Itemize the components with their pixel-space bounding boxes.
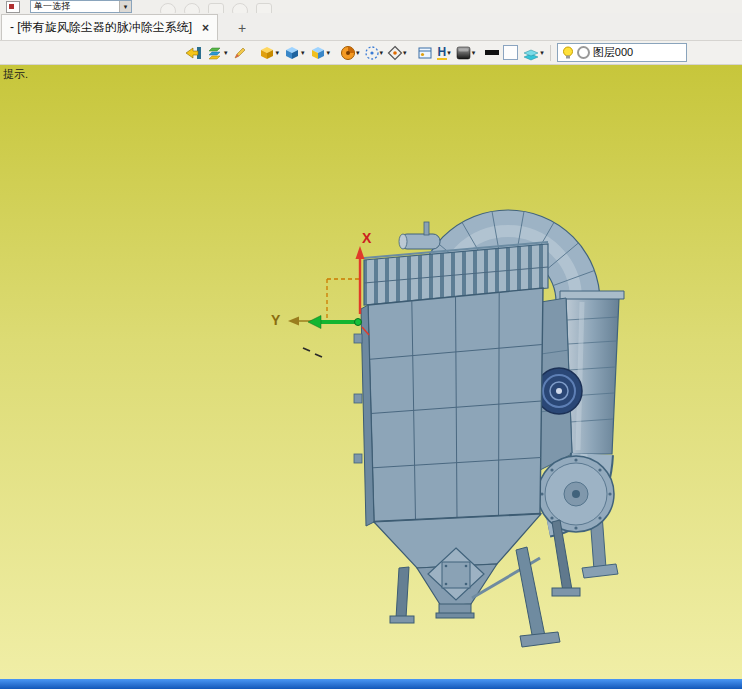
two-tone-cube-icon — [309, 45, 327, 61]
h-style-button[interactable]: H ▾ — [435, 42, 453, 64]
ghost-toolbar-icon-2[interactable] — [184, 3, 200, 13]
h-style-icon: H — [437, 46, 448, 60]
chevron-down-icon[interactable]: ▾ — [327, 49, 331, 56]
blank-square-icon — [503, 45, 518, 60]
ghost-toolbar-icon-1[interactable] — [160, 3, 176, 13]
tab-title: - [带有旋风除尘器的脉冲除尘系统] — [10, 19, 192, 36]
toolbar-separator — [550, 45, 551, 61]
ghost-toolbar-icon-4[interactable] — [232, 3, 248, 13]
chevron-down-icon[interactable]: ▾ — [301, 49, 305, 56]
shaded-cube-yellow-button[interactable]: ▾ — [256, 42, 282, 64]
ghost-toolbar-icon-3[interactable] — [208, 3, 224, 13]
tab-close-button[interactable]: × — [202, 21, 209, 35]
new-tab-button[interactable]: + — [232, 19, 252, 37]
window-grid-button[interactable] — [415, 42, 435, 64]
visual-layers-button[interactable]: ▾ — [520, 42, 546, 64]
line-width-button[interactable] — [483, 42, 501, 64]
status-hint: 提示. — [3, 67, 28, 82]
stub-pipe[interactable] — [399, 222, 440, 249]
caret-glyph: ▾ — [124, 3, 128, 10]
document-tab[interactable]: - [带有旋风除尘器的脉冲除尘系统] × — [1, 14, 218, 40]
stray-marks — [303, 348, 322, 357]
wcs-triad[interactable]: X Y — [271, 230, 372, 335]
filter-box[interactable] — [354, 288, 543, 526]
section-wheel-button[interactable]: ▾ — [338, 42, 362, 64]
top-toolbar-row: 单一选择 ▾ — [0, 0, 742, 13]
pencil-icon — [232, 45, 248, 61]
chevron-down-icon[interactable]: ▾ — [447, 49, 451, 56]
elbow-and-flange[interactable] — [538, 454, 618, 578]
application-window: 单一选择 ▾ - [带有旋风除尘器的脉冲除尘系统] × + ▾ — [0, 0, 742, 689]
chevron-down-icon[interactable]: ▾ — [472, 49, 476, 56]
shaded-cube-blue-button[interactable]: ▾ — [281, 42, 307, 64]
render-style-button[interactable]: ▾ — [453, 42, 478, 64]
document-icon[interactable] — [6, 1, 20, 13]
axis-y-label: Y — [271, 312, 281, 328]
bulb-icon — [562, 46, 574, 59]
selection-mode-combo[interactable]: 单一选择 ▾ — [30, 0, 132, 13]
ghost-toolbar-icon-5[interactable] — [256, 3, 272, 13]
return-button[interactable] — [182, 42, 204, 64]
dashed-circle-icon — [364, 45, 380, 61]
pencil-button[interactable] — [230, 42, 250, 64]
model-3d-svg[interactable]: X Y — [0, 65, 742, 679]
axis-x-label: X — [362, 230, 372, 246]
chevron-down-icon[interactable]: ▾ — [403, 49, 407, 56]
chevron-down-icon[interactable]: ▾ — [224, 49, 228, 56]
chevron-down-icon[interactable]: ▾ — [119, 1, 131, 12]
render-style-icon — [455, 45, 472, 61]
snap-diamond-icon — [387, 45, 403, 61]
chevron-down-icon[interactable]: ▾ — [540, 49, 544, 56]
line-width-icon — [485, 50, 499, 55]
selection-mode-value: 单一选择 — [31, 1, 119, 12]
chevron-down-icon[interactable]: ▾ — [380, 49, 384, 56]
fan-swirl[interactable] — [536, 368, 582, 414]
main-toolbar: ▾ ▾ ▾ ▾ ▾ — [0, 41, 742, 65]
document-icon-dot — [9, 4, 14, 9]
window-grid-icon — [417, 45, 433, 61]
chevron-down-icon[interactable]: ▾ — [356, 49, 360, 56]
layer-combo[interactable]: 图层000 — [557, 43, 687, 62]
tab-bar: - [带有旋风除尘器的脉冲除尘系统] × + — [0, 13, 742, 41]
shaded-cube-blue-icon — [283, 45, 301, 61]
shaded-cube-yellow-icon — [258, 45, 276, 61]
bottom-bar — [0, 679, 742, 689]
chevron-down-icon[interactable]: ▾ — [276, 49, 280, 56]
two-tone-cube-button[interactable]: ▾ — [307, 42, 333, 64]
visual-layers-icon — [522, 45, 540, 61]
dashed-circle-button[interactable]: ▾ — [362, 42, 386, 64]
section-wheel-icon — [340, 45, 356, 61]
layer-combo-label: 图层000 — [593, 45, 633, 60]
blank-square-button[interactable] — [501, 42, 520, 64]
layer-ring-icon — [577, 46, 590, 59]
viewport[interactable]: 提示. — [0, 65, 742, 679]
return-icon — [184, 45, 202, 61]
layers-palette-icon — [206, 45, 224, 61]
snap-diamond-button[interactable]: ▾ — [385, 42, 409, 64]
display-layers-button[interactable]: ▾ — [204, 42, 230, 64]
